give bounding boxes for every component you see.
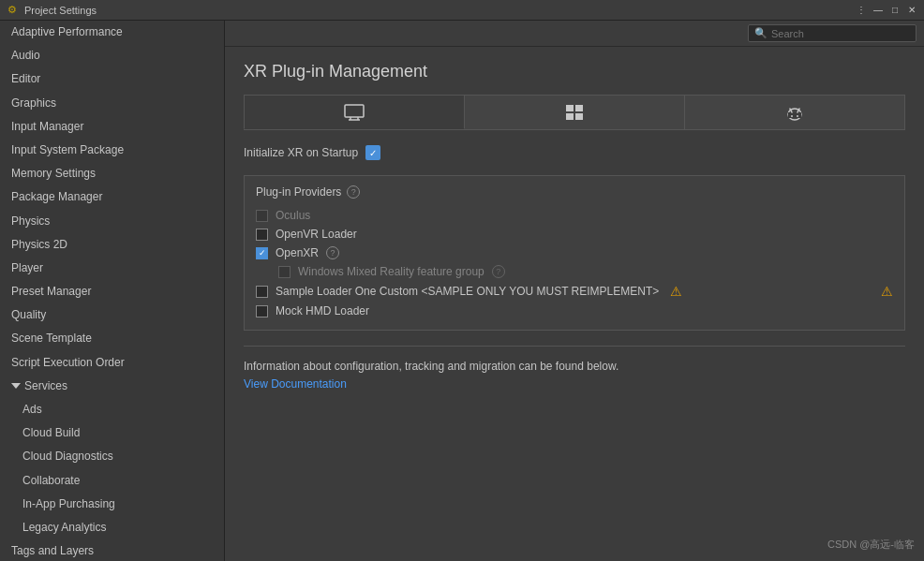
sample-row-left: Sample Loader One Custom <SAMPLE ONLY YO… xyxy=(256,284,682,299)
info-text: Information about configuration, trackin… xyxy=(244,358,905,376)
content-area: 🔍 XR Plug-in Management xyxy=(225,21,924,561)
search-icon: 🔍 xyxy=(754,27,768,39)
sidebar-item-adaptive-performance[interactable]: Adaptive Performance xyxy=(0,21,224,44)
sidebar-item-script-execution[interactable]: Script Execution Order xyxy=(0,351,224,375)
providers-box: Plug-in Providers ? Oculus OpenVR Loader… xyxy=(244,175,905,331)
provider-sample-row: Sample Loader One Custom <SAMPLE ONLY YO… xyxy=(256,281,893,302)
triangle-down-icon xyxy=(11,383,21,389)
provider-sample-label: Sample Loader One Custom <SAMPLE ONLY YO… xyxy=(276,285,659,298)
title-bar: ⚙ Project Settings ⋮ — □ ✕ xyxy=(0,0,924,21)
windows-icon xyxy=(565,104,584,121)
sidebar-item-audio[interactable]: Audio xyxy=(0,44,224,67)
sidebar-item-legacy-analytics[interactable]: Legacy Analytics xyxy=(0,516,224,539)
provider-openxr-row: OpenXR ? xyxy=(256,244,893,262)
init-xr-label: Initialize XR on Startup xyxy=(244,146,358,159)
sidebar-item-editor[interactable]: Editor xyxy=(0,67,224,91)
sidebar-item-memory-settings[interactable]: Memory Settings xyxy=(0,162,224,185)
tab-android[interactable] xyxy=(685,95,905,129)
providers-help-icon[interactable]: ? xyxy=(347,185,360,199)
provider-oculus-checkbox xyxy=(256,210,268,222)
provider-wmr-row: Windows Mixed Reality feature group ? xyxy=(256,262,893,281)
svg-rect-7 xyxy=(575,113,583,120)
view-documentation-link[interactable]: View Documentation xyxy=(244,377,347,391)
monitor-icon xyxy=(344,104,365,121)
sidebar-item-services[interactable]: Services xyxy=(0,375,224,398)
close-button[interactable]: ✕ xyxy=(905,4,918,17)
sidebar-item-physics[interactable]: Physics xyxy=(0,210,224,233)
svg-rect-5 xyxy=(575,105,583,111)
svg-rect-0 xyxy=(345,105,364,117)
sidebar-item-player[interactable]: Player xyxy=(0,257,224,280)
content-panel: XR Plug-in Management xyxy=(225,47,924,561)
sidebar-item-in-app-purchasing[interactable]: In-App Purchasing xyxy=(0,493,224,516)
sidebar-item-input-manager[interactable]: Input Manager xyxy=(0,115,224,139)
svg-rect-9 xyxy=(788,112,801,118)
svg-point-13 xyxy=(797,115,798,117)
sidebar-item-graphics[interactable]: Graphics xyxy=(0,92,224,115)
provider-oculus-row: Oculus xyxy=(256,206,893,225)
init-xr-checkbox[interactable]: ✓ xyxy=(365,145,380,160)
search-input[interactable] xyxy=(771,28,910,39)
sample-right-warning-icon: ⚠ xyxy=(881,284,893,299)
title-bar-title: Project Settings xyxy=(24,5,97,16)
provider-openvr-checkbox[interactable] xyxy=(256,229,268,241)
search-wrap: 🔍 xyxy=(748,24,917,42)
init-xr-row: Initialize XR on Startup ✓ xyxy=(244,141,905,164)
svg-rect-6 xyxy=(566,113,574,120)
provider-mockhmd-row: Mock HMD Loader xyxy=(256,302,893,320)
svg-point-12 xyxy=(791,115,793,117)
sidebar-item-ads[interactable]: Ads xyxy=(0,398,224,421)
info-section: Information about configuration, trackin… xyxy=(244,346,905,405)
sidebar-item-tags-layers[interactable]: Tags and Layers xyxy=(0,539,224,561)
provider-mockhmd-label: Mock HMD Loader xyxy=(276,304,369,317)
svg-rect-4 xyxy=(566,105,574,111)
providers-title: Plug-in Providers xyxy=(256,185,341,199)
sidebar-item-package-manager[interactable]: Package Manager xyxy=(0,185,224,209)
title-bar-controls: ⋮ — □ ✕ xyxy=(855,4,918,17)
tab-windows[interactable] xyxy=(465,95,685,129)
search-bar: 🔍 xyxy=(225,21,924,47)
sidebar-item-cloud-diagnostics[interactable]: Cloud Diagnostics xyxy=(0,445,224,468)
providers-header: Plug-in Providers ? xyxy=(256,185,893,199)
sidebar-item-input-system[interactable]: Input System Package xyxy=(0,139,224,162)
minimize-button[interactable]: — xyxy=(872,4,885,17)
provider-openxr-checkbox[interactable] xyxy=(256,247,268,259)
provider-openvr-row: OpenVR Loader xyxy=(256,225,893,244)
platform-tabs xyxy=(244,95,905,130)
android-icon xyxy=(786,103,803,122)
tab-standalone[interactable] xyxy=(244,95,465,129)
sidebar-item-collaborate[interactable]: Collaborate xyxy=(0,469,224,493)
sidebar-item-cloud-build[interactable]: Cloud Build xyxy=(0,421,224,445)
wmr-help-icon[interactable]: ? xyxy=(492,265,505,278)
provider-openxr-label: OpenXR xyxy=(276,246,319,259)
provider-mockhmd-checkbox[interactable] xyxy=(256,305,268,317)
provider-wmr-label: Windows Mixed Reality feature group xyxy=(298,265,484,278)
more-options-button[interactable]: ⋮ xyxy=(855,4,868,17)
openxr-help-icon[interactable]: ? xyxy=(326,246,339,259)
provider-openvr-label: OpenVR Loader xyxy=(276,228,357,241)
sidebar-item-scene-template[interactable]: Scene Template xyxy=(0,327,224,350)
title-bar-left: ⚙ Project Settings xyxy=(6,4,97,17)
sidebar-item-physics-2d[interactable]: Physics 2D xyxy=(0,233,224,257)
maximize-button[interactable]: □ xyxy=(888,4,902,17)
sample-warning-icon: ⚠ xyxy=(670,284,682,299)
provider-sample-checkbox[interactable] xyxy=(256,286,268,298)
settings-icon: ⚙ xyxy=(6,4,19,17)
services-label: Services xyxy=(24,377,67,395)
sidebar-item-preset-manager[interactable]: Preset Manager xyxy=(0,280,224,303)
provider-oculus-label: Oculus xyxy=(276,209,310,222)
page-title: XR Plug-in Management xyxy=(244,62,905,81)
provider-wmr-checkbox xyxy=(278,266,291,278)
main-layout: Adaptive Performance Audio Editor Graphi… xyxy=(0,21,924,561)
sidebar[interactable]: Adaptive Performance Audio Editor Graphi… xyxy=(0,21,225,561)
sidebar-item-quality[interactable]: Quality xyxy=(0,303,224,327)
